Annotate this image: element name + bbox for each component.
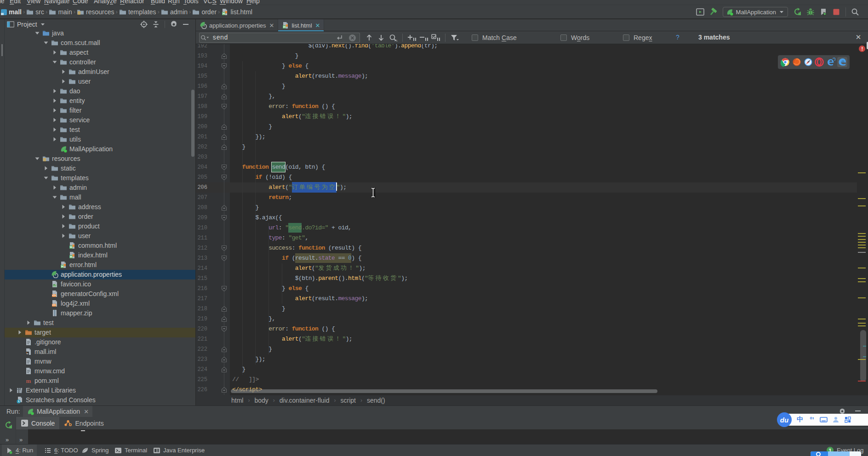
chevron-collapsed-icon[interactable]: [25, 319, 32, 326]
error-count-indicator[interactable]: !: [859, 46, 865, 52]
fold-end-icon[interactable]: [221, 387, 227, 393]
error-stripe-mark-yellow[interactable]: [858, 281, 866, 282]
tree-item-generatorConfig-xml[interactable]: <>generatorConfig.xml: [5, 289, 195, 299]
error-stripe-mark-yellow[interactable]: [858, 245, 866, 245]
hide-icon[interactable]: [181, 20, 191, 29]
tree-item-controller[interactable]: controller: [5, 57, 195, 67]
breadcrumb-item-mall[interactable]: mall: [1, 8, 22, 16]
ime-menu-grid-icon[interactable]: [843, 415, 852, 424]
fold-end-icon[interactable]: [221, 356, 227, 363]
tree-item-com-scut-mall[interactable]: com.scut.mall: [5, 38, 195, 48]
menu-vcs[interactable]: VCS: [203, 0, 217, 5]
editor-breadcrumb-script[interactable]: script: [341, 397, 356, 404]
fold-start-icon[interactable]: [221, 164, 227, 171]
previous-occurrence-icon[interactable]: [364, 33, 374, 43]
chevron-expanded-icon[interactable]: [42, 174, 50, 182]
fold-end-icon[interactable]: [221, 53, 227, 59]
tree-item-pom-xml[interactable]: mpom.xml: [5, 376, 195, 386]
chevron-collapsed-icon[interactable]: [60, 213, 67, 220]
tree-item-address[interactable]: address: [5, 202, 195, 212]
menu-code[interactable]: Code: [73, 0, 88, 5]
fold-start-icon[interactable]: [221, 63, 227, 69]
tree-item-External-Libraries[interactable]: External Libraries: [5, 386, 195, 395]
ime-punctuation-icon[interactable]: °’: [807, 415, 817, 424]
error-stripe-mark-yellow[interactable]: [858, 359, 866, 360]
tree-item-resources[interactable]: resources: [5, 154, 195, 164]
chevron-collapsed-icon[interactable]: [60, 68, 67, 75]
chevron-collapsed-icon[interactable]: [51, 116, 58, 124]
horizontal-scrollbar[interactable]: [231, 389, 657, 393]
chevron-collapsed-icon[interactable]: [60, 222, 67, 230]
chevron-collapsed-icon[interactable]: [51, 136, 58, 143]
find-all-icon[interactable]: ALL: [388, 33, 398, 43]
error-stripe-mark-red[interactable]: [858, 381, 866, 382]
error-stripe-mark-yellow[interactable]: [858, 236, 866, 237]
chevron-collapsed-icon[interactable]: [60, 232, 67, 239]
fold-end-icon[interactable]: [221, 306, 227, 312]
tree-item-static[interactable]: static: [5, 164, 195, 173]
coverage-button[interactable]: [818, 6, 828, 17]
error-stripe-mark-teal[interactable]: [863, 356, 866, 357]
chevron-collapsed-icon[interactable]: [16, 329, 23, 336]
preview-window-icon[interactable]: [695, 6, 705, 17]
tree-item-admin[interactable]: admin: [5, 183, 195, 193]
settings-gear-icon[interactable]: [169, 20, 179, 29]
console-output[interactable]: [28, 429, 868, 445]
tree-item-test[interactable]: test: [5, 318, 195, 328]
search-everywhere-icon[interactable]: [850, 6, 860, 17]
error-stripe-mark-yellow[interactable]: [858, 297, 866, 298]
breadcrumb-item-order[interactable]: order: [192, 8, 217, 16]
ie-browser-icon[interactable]: [826, 57, 836, 67]
tree-item-Scratches-and-Consoles[interactable]: Scratches and Consoles: [5, 395, 195, 405]
vertical-scrollbar-thumb[interactable]: [860, 330, 866, 382]
breadcrumb-item-resources[interactable]: resources: [77, 8, 114, 16]
statusbar-spring[interactable]: Spring: [78, 445, 113, 456]
run-configuration-select[interactable]: MallApplication: [723, 7, 788, 17]
debug-button[interactable]: [805, 6, 816, 17]
error-stripe-mark-yellow[interactable]: [858, 278, 866, 279]
menu-navigate[interactable]: Navigate: [44, 0, 69, 5]
error-stripe-mark-yellow[interactable]: [858, 233, 866, 234]
fold-end-icon[interactable]: [221, 93, 227, 100]
tree-item-index-html[interactable]: Hindex.html: [5, 251, 195, 260]
close-tab-icon[interactable]: ✕: [269, 22, 274, 29]
editor-breadcrumb-send-[interactable]: send(): [367, 397, 385, 404]
statusbar-6-todo[interactable]: 6: TODO: [40, 445, 82, 456]
find-option-match-case[interactable]: Match Case: [472, 31, 517, 44]
fold-start-icon[interactable]: [221, 326, 227, 332]
search-icon[interactable]: [200, 33, 210, 43]
tree-item-mvnw[interactable]: mvnw: [5, 357, 195, 366]
error-stripe-mark-teal[interactable]: [863, 346, 866, 347]
statusbar-terminal[interactable]: Terminal: [111, 445, 151, 456]
edge-browser-icon[interactable]: [837, 57, 847, 67]
tree-item-filter[interactable]: filter: [5, 106, 195, 115]
chevron-collapsed-icon[interactable]: [42, 165, 50, 172]
statusbar-java-enterprise[interactable]: Java Enterprise: [149, 445, 208, 456]
editor-breadcrumb-html[interactable]: html: [231, 397, 243, 404]
code-editor[interactable]: 192 $(div).next().find('table').append(t…: [196, 44, 868, 395]
fold-end-icon[interactable]: [221, 134, 227, 140]
menu-analyze[interactable]: Analyze: [94, 0, 117, 5]
clear-search-icon[interactable]: [347, 33, 357, 43]
baidu-ime-logo-icon[interactable]: du: [777, 412, 792, 427]
tree-item-product[interactable]: product: [5, 222, 195, 231]
tab-list-html[interactable]: Hlist.html✕: [278, 19, 324, 31]
tree-item-adminUser[interactable]: adminUser: [5, 67, 195, 77]
fold-start-icon[interactable]: [221, 174, 227, 181]
more-actions-icon[interactable]: »: [19, 436, 22, 443]
remove-occurrence-icon[interactable]: [419, 33, 429, 43]
tree-item-entity[interactable]: entity: [5, 96, 195, 106]
close-find-bar-icon[interactable]: ✕: [854, 33, 862, 41]
fold-start-icon[interactable]: [221, 255, 227, 262]
error-stripe-mark-yellow[interactable]: [858, 239, 866, 240]
tree-item-order[interactable]: order: [5, 212, 195, 222]
tree-item-common-html[interactable]: Hcommon.html: [5, 241, 195, 251]
rerun-button[interactable]: [793, 6, 803, 17]
find-option-words[interactable]: Words: [560, 31, 589, 44]
regex-help-icon[interactable]: ?: [676, 34, 680, 41]
checkbox-icon[interactable]: [472, 34, 478, 41]
breadcrumb-item-admin[interactable]: admin: [161, 8, 188, 16]
tab-application-properties[interactable]: application.properties✕: [196, 19, 278, 31]
chevron-collapsed-icon[interactable]: [51, 97, 58, 104]
chevron-collapsed-icon[interactable]: [51, 49, 58, 56]
